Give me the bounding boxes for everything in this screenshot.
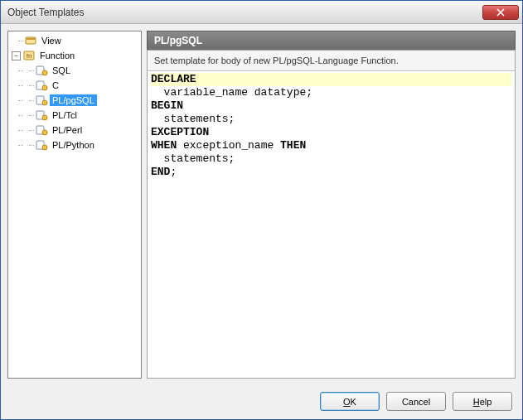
- lang-icon: [35, 79, 48, 92]
- right-panel: PL/pgSQL Set template for body of new PL…: [147, 31, 516, 379]
- svg-text:fn: fn: [27, 52, 32, 60]
- svg-point-11: [42, 115, 47, 120]
- lang-icon: [35, 109, 48, 122]
- svg-rect-1: [27, 38, 35, 40]
- tree-node-lang[interactable]: C: [8, 78, 141, 93]
- tree-label: Function: [37, 50, 77, 61]
- content-area: View − fn Function SQLCPL/pgSQLPL/TclPL/…: [1, 24, 522, 385]
- cancel-button[interactable]: Cancel: [386, 392, 446, 411]
- close-icon: [496, 8, 505, 17]
- tree-node-lang[interactable]: PL/Python: [8, 138, 141, 152]
- lang-icon: [35, 94, 48, 107]
- tree-node-lang[interactable]: PL/Perl: [8, 123, 141, 138]
- window-title: Object Templates: [7, 7, 482, 18]
- collapse-icon[interactable]: −: [12, 51, 21, 60]
- tree-label: PL/Tcl: [50, 109, 80, 121]
- tree-label: PL/Python: [50, 139, 97, 151]
- tree-label: SQL: [50, 65, 73, 76]
- tree-node-view[interactable]: View: [8, 33, 141, 48]
- ok-button[interactable]: OK: [320, 392, 380, 411]
- editor-container: DECLARE variable_name datatype; BEGIN st…: [147, 71, 516, 379]
- lang-icon: [35, 138, 48, 152]
- svg-point-15: [42, 145, 47, 150]
- view-icon: [24, 34, 37, 47]
- tree-node-lang[interactable]: SQL: [8, 63, 141, 78]
- tree-label: C: [50, 80, 61, 91]
- editor-scroll[interactable]: DECLARE variable_name datatype; BEGIN st…: [148, 71, 515, 378]
- panel-description: Set template for body of new PL/pgSQL-La…: [147, 50, 516, 71]
- tree-label: PL/Perl: [50, 124, 85, 136]
- help-button[interactable]: Help: [453, 392, 512, 411]
- button-row: OK Cancel Help: [1, 385, 522, 419]
- tree-label: View: [39, 35, 64, 46]
- tree-label: PL/pgSQL: [50, 94, 97, 106]
- lang-icon: [35, 123, 48, 137]
- lang-icon: [35, 64, 48, 77]
- svg-point-13: [42, 130, 47, 135]
- svg-point-5: [42, 70, 47, 75]
- titlebar[interactable]: Object Templates: [1, 1, 522, 24]
- tree-node-lang[interactable]: PL/Tcl: [8, 108, 141, 123]
- close-button[interactable]: [482, 5, 519, 20]
- tree-panel[interactable]: View − fn Function SQLCPL/pgSQLPL/TclPL/…: [7, 31, 142, 379]
- function-icon: fn: [22, 49, 36, 62]
- dialog-window: Object Templates View − fn: [0, 0, 523, 420]
- svg-point-9: [42, 100, 47, 105]
- code-editor[interactable]: DECLARE variable_name datatype; BEGIN st…: [148, 71, 515, 181]
- tree-node-lang[interactable]: PL/pgSQL: [8, 93, 141, 108]
- panel-header: PL/pgSQL: [147, 31, 516, 50]
- tree-node-function[interactable]: − fn Function: [8, 48, 141, 63]
- svg-point-7: [42, 85, 47, 90]
